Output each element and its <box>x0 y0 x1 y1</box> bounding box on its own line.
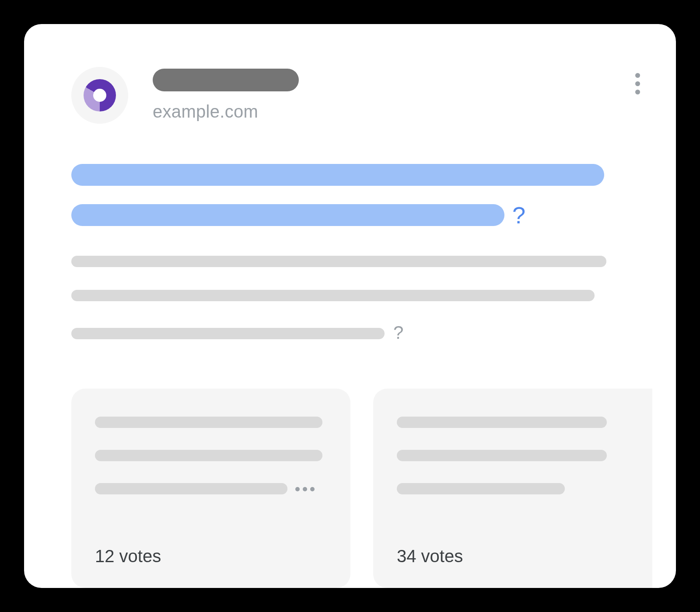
title-row: ? <box>71 202 647 229</box>
card-row <box>95 483 327 494</box>
title-line-placeholder <box>71 204 504 226</box>
site-avatar <box>71 67 128 124</box>
vote-cards-row: 12 votes 34 votes <box>71 389 676 588</box>
card-line-placeholder <box>397 483 565 494</box>
header-text: example.com <box>153 69 299 122</box>
result-title-link[interactable]: ? <box>71 164 647 229</box>
result-description: ? <box>71 256 632 343</box>
more-icon <box>635 90 640 94</box>
card-line-placeholder <box>95 483 287 494</box>
desc-line-placeholder <box>71 256 606 267</box>
card-line-placeholder <box>95 417 322 428</box>
desc-row: ? <box>71 324 632 343</box>
search-result-card: example.com ? ? <box>24 24 676 588</box>
card-row <box>397 483 629 494</box>
site-name-placeholder <box>153 69 299 91</box>
card-line-placeholder <box>95 450 322 461</box>
vote-card[interactable]: 12 votes <box>71 389 350 588</box>
more-icon <box>635 73 640 78</box>
ellipsis-icon <box>295 487 315 491</box>
title-question-mark: ? <box>512 202 525 229</box>
avatar-inner-icon <box>93 89 106 102</box>
vote-count: 12 votes <box>95 546 327 566</box>
title-line-placeholder <box>71 164 604 186</box>
card-line-placeholder <box>397 450 607 461</box>
card-line-placeholder <box>397 417 607 428</box>
more-icon <box>635 81 640 86</box>
avatar-ring-icon <box>84 79 116 111</box>
result-header: example.com <box>71 67 641 124</box>
vote-card[interactable]: 34 votes <box>373 389 652 588</box>
desc-question-mark: ? <box>393 322 403 343</box>
desc-line-placeholder <box>71 328 385 339</box>
vote-count: 34 votes <box>397 546 629 566</box>
desc-line-placeholder <box>71 290 595 301</box>
more-options-button[interactable] <box>629 71 646 96</box>
site-domain: example.com <box>153 102 299 122</box>
